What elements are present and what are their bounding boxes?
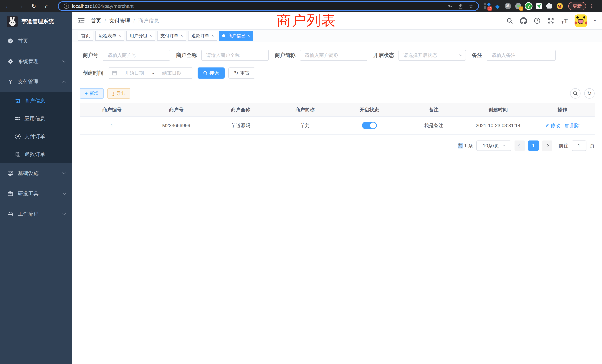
search-icon[interactable] xyxy=(506,17,513,24)
column-header: 创建时间 xyxy=(466,103,530,116)
bookmark-star-icon[interactable]: ☆ xyxy=(468,3,474,10)
sidebar-item-dev-tools[interactable]: 研发工具 xyxy=(0,183,72,204)
total-rest: 1 条 xyxy=(463,143,473,149)
edit-link[interactable]: 修改 xyxy=(545,122,560,129)
goto-page-input[interactable] xyxy=(572,140,586,151)
sidebar-item-label: 首页 xyxy=(18,37,66,44)
shop-icon xyxy=(15,98,21,104)
column-header: 开启状态 xyxy=(337,103,401,116)
extension-flag-icon[interactable] xyxy=(536,3,542,10)
current-page-button[interactable]: 1 xyxy=(528,140,539,151)
password-key-icon[interactable] xyxy=(447,3,453,9)
browser-home-button[interactable]: ⌂ xyxy=(42,1,52,11)
breadcrumb-separator: / xyxy=(105,18,106,24)
help-icon[interactable]: ? xyxy=(533,17,541,24)
toggle-search-button[interactable] xyxy=(570,88,580,99)
status-select[interactable]: 请选择开启状态 xyxy=(398,50,466,61)
extension-status-icon[interactable]: 1 xyxy=(515,3,522,10)
tab-user-group[interactable]: 用户分组× xyxy=(126,31,155,41)
fullscreen-icon[interactable] xyxy=(547,17,555,24)
next-page-button[interactable] xyxy=(542,140,552,151)
caret-down-icon[interactable]: ▼ xyxy=(593,19,596,22)
sidebar-item-workflow[interactable]: 工作流程 xyxy=(0,204,72,224)
sidebar-item-app-info[interactable]: 应用信息 xyxy=(0,110,72,128)
yen-icon: ¥ xyxy=(7,78,13,85)
extension-y-icon[interactable]: y xyxy=(525,3,532,10)
filter-create-time: 创建时间 开始日期 - 结束日期 xyxy=(80,67,193,79)
tab-close-icon[interactable]: × xyxy=(247,34,250,38)
end-date-input[interactable]: 结束日期 xyxy=(155,70,189,76)
sidebar-item-merchant-info[interactable]: 商户信息 xyxy=(0,92,72,110)
toolbox-icon xyxy=(7,191,13,197)
tab-close-icon[interactable]: × xyxy=(119,34,121,38)
add-button[interactable]: + 新增 xyxy=(80,88,104,99)
date-range-picker[interactable]: 开始日期 - 结束日期 xyxy=(108,67,193,79)
site-info-icon[interactable]: i xyxy=(64,3,69,9)
breadcrumb-home[interactable]: 首页 xyxy=(91,17,101,24)
browser-update-button[interactable]: 更新 xyxy=(568,2,586,10)
sidebar-item-refund-order[interactable]: 退款订单 xyxy=(0,145,72,163)
delete-link[interactable]: 删除 xyxy=(565,122,580,129)
cell-remark: 我是备注 xyxy=(401,117,466,134)
breadcrumb-payment[interactable]: 支付管理 xyxy=(109,17,130,24)
sidebar-item-home[interactable]: 首页 xyxy=(0,31,72,51)
short-name-input[interactable] xyxy=(300,50,367,61)
refresh-icon: ↻ xyxy=(234,70,238,76)
sidebar-item-pay-order[interactable]: ¥ 支付订单 xyxy=(0,128,72,145)
browser-back-button[interactable]: ← xyxy=(3,1,13,11)
tab-pay-order[interactable]: 支付订单× xyxy=(157,31,186,41)
reset-button[interactable]: ↻ 重置 xyxy=(228,67,255,79)
browser-forward-button[interactable]: → xyxy=(16,1,26,11)
full-name-input[interactable] xyxy=(201,50,269,61)
tab-label: 首页 xyxy=(81,33,90,39)
browser-profile-avatar[interactable] xyxy=(556,3,563,10)
gear-icon xyxy=(7,59,13,64)
start-date-input[interactable]: 开始日期 xyxy=(117,70,152,76)
filter-short-name: 商户简称 xyxy=(272,50,367,61)
app-title: 芋道管理系统 xyxy=(22,18,54,25)
extension-badge: 1 xyxy=(519,7,523,11)
app-logo[interactable]: 芋道管理系统 xyxy=(0,12,72,31)
refresh-table-button[interactable]: ↻ xyxy=(584,88,595,99)
chevron-down-icon xyxy=(502,143,505,146)
sidebar-item-label: 商户信息 xyxy=(24,97,66,104)
tab-close-icon[interactable]: × xyxy=(212,34,214,38)
extension-command-icon[interactable]: ⌘ xyxy=(505,3,511,10)
sidebar-item-payment[interactable]: ¥ 支付管理 xyxy=(0,72,72,92)
github-icon[interactable] xyxy=(520,17,527,24)
tab-home[interactable]: 首页 xyxy=(78,31,93,41)
merchant-no-input[interactable] xyxy=(103,50,170,61)
tab-refund-order[interactable]: 退款订单× xyxy=(188,31,217,41)
puzzle-icon xyxy=(547,4,552,9)
tab-close-icon[interactable]: × xyxy=(150,34,152,38)
table-row: 1 M233666999 芋道源码 芋艿 我是备注 2021-10-23 08:… xyxy=(80,116,595,134)
font-size-icon[interactable]: TT xyxy=(561,17,568,24)
search-button[interactable]: 搜索 xyxy=(198,67,225,79)
browser-reload-button[interactable]: ↻ xyxy=(29,1,39,11)
user-avatar[interactable] xyxy=(575,14,587,27)
status-toggle[interactable] xyxy=(362,122,377,129)
tab-process-form[interactable]: 流程表单× xyxy=(95,31,124,41)
browser-menu-icon[interactable]: ⋮ xyxy=(589,3,594,9)
page-size-select[interactable]: 10条/页 xyxy=(476,140,511,151)
sidebar-toggle-button[interactable] xyxy=(78,17,85,24)
cell-full-name: 芋道源码 xyxy=(208,117,273,134)
extension-gem-icon[interactable]: ◆ xyxy=(494,3,501,10)
url-bar[interactable]: i localhost:1024/pay/merchant ☆ xyxy=(58,1,479,11)
chevron-up-icon xyxy=(63,81,66,84)
extensions-puzzle-icon[interactable] xyxy=(546,3,553,10)
briefcase-icon xyxy=(7,211,13,217)
prev-page-button[interactable] xyxy=(515,140,525,151)
trash-icon xyxy=(565,123,569,128)
chevron-down-icon xyxy=(63,212,66,215)
extension-grid-icon[interactable]: 10 xyxy=(484,3,490,10)
remark-input[interactable] xyxy=(487,50,556,61)
share-icon[interactable] xyxy=(458,3,463,9)
filter-row-1: 商户号 商户全称 商户简称 开启状态 请选择开启状态 xyxy=(80,50,595,61)
sidebar-item-infrastructure[interactable]: 基础设施 xyxy=(0,163,72,183)
export-button[interactable]: ↓ 导出 xyxy=(107,88,130,99)
tab-active-dot xyxy=(222,34,225,37)
sidebar-item-system[interactable]: 系统管理 xyxy=(0,51,72,72)
tab-close-icon[interactable]: × xyxy=(181,34,183,38)
tab-merchant-info[interactable]: 商户信息× xyxy=(219,31,253,41)
